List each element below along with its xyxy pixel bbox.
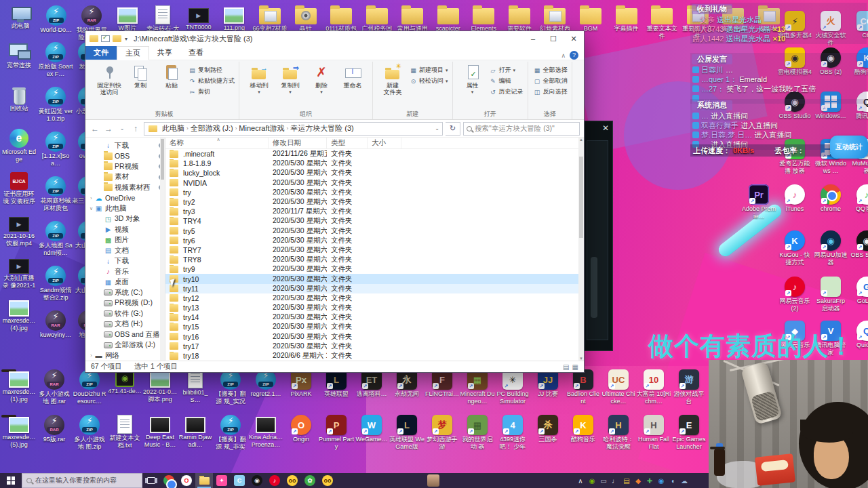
desktop-icon[interactable]: 宽带连接: [1, 42, 37, 76]
file-row[interactable]: try2020/5/30 星期六 03:…文件夹: [165, 188, 584, 197]
pin-button[interactable]: 固定到快 速访问: [94, 63, 125, 96]
maximize-button[interactable]: ☐: [543, 31, 564, 46]
column-header-2[interactable]: 类型: [327, 138, 368, 148]
desktop-icon[interactable]: 多人小游戏地 图.zip: [72, 415, 107, 418]
desktop-icon[interactable]: 大别山直播录 像2021-11…: [1, 256, 37, 289]
scroll-down-icon[interactable]: ▼: [578, 357, 584, 361]
taskbar-avatar[interactable]: [427, 474, 439, 487]
desktop-icon[interactable]: 95版.rar: [37, 415, 72, 418]
file-row[interactable]: try162020/5/30 星期六 03:…文件夹: [165, 332, 584, 342]
desktop-icon[interactable]: Ramin Djawadi…: [178, 415, 213, 418]
nav-item-16[interactable]: 软件 (G:): [85, 308, 165, 319]
selinv-button[interactable]: ◫反向选择: [534, 87, 568, 96]
desktop-icon[interactable]: P↗Pummel Party: [319, 415, 354, 418]
desktop-icon[interactable]: K↗KuGou - 快 捷方式: [777, 230, 812, 266]
desktop-icon[interactable]: L↗英雄联盟 WeGame版: [389, 415, 425, 418]
tray-icon[interactable]: ▤: [623, 477, 631, 485]
nav-item-5[interactable]: ›☁OneDrive: [85, 193, 165, 204]
desktop-icon[interactable]: ♪↗网易云音乐 (2): [777, 277, 812, 312]
file-row[interactable]: try122020/5/30 星期六 03:…文件夹: [165, 293, 584, 303]
file-row[interactable]: try132020/5/30 星期六 03:…文件夹: [165, 303, 584, 312]
desktop-icon[interactable]: 梦↗梦幻西游手游: [425, 415, 460, 418]
taskbar-app-pink-app[interactable]: ✦: [213, 473, 231, 488]
desktop-icon[interactable]: maxresde… (5).jpg: [1, 415, 37, 418]
taskbar-app-owl-app[interactable]: oo: [283, 473, 301, 488]
file-row[interactable]: lucky_block2020/5/30 星期六 03:…文件夹: [165, 168, 584, 178]
nav-item-2[interactable]: PR视频: [85, 161, 165, 172]
quick-access-toolbar-icon[interactable]: [113, 35, 121, 42]
nav-item-3[interactable]: 素材: [85, 172, 165, 183]
open-button[interactable]: ▱打开▾: [490, 66, 524, 75]
file-row[interactable]: try92020/5/30 星期六 03:…文件夹: [165, 264, 584, 274]
nav-scrollbar[interactable]: [160, 138, 165, 361]
tray-icon[interactable]: ◉: [657, 477, 665, 485]
file-row[interactable]: NVIDIA2020/5/30 星期六 03:…文件夹: [165, 178, 584, 188]
desktop-icon[interactable]: 证书应用环境 安装程序_G…: [1, 172, 37, 205]
nav-item-12[interactable]: ♪音乐: [85, 266, 165, 277]
desktop-icon[interactable]: ♪↗iTunes: [777, 184, 812, 220]
selall-button[interactable]: ▦全部选择: [534, 66, 568, 75]
paste-button[interactable]: 粘贴: [156, 63, 187, 89]
tab-file[interactable]: 文件: [85, 46, 117, 60]
nav-item-0[interactable]: ↓下载: [85, 140, 165, 151]
desktop-icon[interactable]: ◉↗网易UU加速 器: [813, 230, 848, 266]
file-row[interactable]: try102020/5/30 星期六 03:…文件夹: [165, 274, 584, 283]
file-row[interactable]: try22020/5/30 星期六 03:…文件夹: [165, 197, 584, 207]
taskbar-app-green-app[interactable]: ✿: [301, 473, 319, 488]
column-header-1[interactable]: 修改日期: [269, 138, 327, 148]
copyto-button[interactable]: ⇒复制到▾: [275, 63, 306, 96]
taskbar-app-netease-music[interactable]: ♪: [266, 473, 283, 488]
file-row[interactable]: try182020/6/6 星期六 18:43文件夹: [165, 351, 584, 361]
recent-locations-icon[interactable]: ⌄: [117, 125, 127, 131]
address-bar[interactable]: 此电脑›全部游戏 (J:)›Minecraft游戏›幸运方块大冒险 (3) ⌄: [144, 122, 443, 136]
desktop-icon[interactable]: 【搬奏】翻源 规_非实况…: [213, 415, 248, 418]
taskbar-app-opera[interactable]: O: [178, 473, 195, 488]
close-icon[interactable]: ✕: [602, 123, 609, 133]
taskbar-app-owl-app-2[interactable]: oo: [319, 473, 336, 488]
tab-home[interactable]: 主页: [117, 46, 149, 60]
delete-button[interactable]: 删除▾: [306, 63, 337, 96]
desktop-icon[interactable]: World-Do…: [39, 5, 74, 41]
desktop-icon[interactable]: 多人小游戏地 图.rar: [37, 369, 72, 372]
taskbar-app-cc-app[interactable]: C: [231, 473, 248, 488]
nav-item-9[interactable]: ▩图片: [85, 235, 165, 246]
selnone-button[interactable]: ▢全部取消: [534, 77, 568, 85]
scrollbar-thumb[interactable]: [579, 157, 583, 238]
close-button[interactable]: ✕: [564, 31, 584, 46]
taskbar-search-input[interactable]: 在这里输入你要搜索的内容: [22, 473, 142, 488]
history-button[interactable]: ↺历史记录: [490, 87, 524, 96]
tray-icon[interactable]: ☁: [680, 477, 688, 485]
desktop-icon[interactable]: 2021-10-16 饮服.mp4: [1, 214, 37, 247]
desktop-icon[interactable]: 重要文本文件: [644, 5, 679, 41]
address-dropdown-icon[interactable]: ⌄: [435, 125, 439, 131]
desktop-icon[interactable]: 字幕插件: [609, 5, 644, 41]
desktop-icon[interactable]: ◉↗OBS Studio: [849, 230, 868, 266]
desktop-icon[interactable]: ▦↗我的世界启动 器: [460, 415, 495, 418]
breadcrumb-segment[interactable]: Minecraft游戏: [237, 123, 286, 134]
nav-item-4[interactable]: 视频素材西: [85, 182, 165, 193]
desktop-icon[interactable]: O↗Origin: [283, 415, 319, 418]
up-button[interactable]: ↑: [130, 124, 141, 134]
list-scrollbar[interactable]: ▲ ▼: [578, 138, 584, 361]
file-row[interactable]: .minecraft2021/11/26 星期五 0…文件夹: [165, 149, 584, 159]
tab-view[interactable]: 查看: [180, 46, 212, 60]
minimize-button[interactable]: –: [523, 31, 543, 46]
expander-icon[interactable]: ›: [88, 196, 94, 201]
qat-customize-icon[interactable]: ▾: [125, 36, 127, 42]
column-header-3[interactable]: 大小: [368, 138, 401, 148]
cut-button[interactable]: ✂剪切: [189, 87, 235, 96]
desktop-icon[interactable]: 杀↗三国杀: [530, 415, 566, 418]
start-button[interactable]: [0, 473, 22, 488]
nav-item-14[interactable]: 系统 (C:): [85, 287, 165, 298]
newitem-button[interactable]: ▦新建项目▾: [410, 66, 448, 75]
file-row[interactable]: try32020/11/7 星期六 20:…文件夹: [165, 207, 584, 216]
desktop-icon[interactable]: 多人地图 Sandm倾…: [38, 221, 73, 256]
tray-icon[interactable]: ◖: [669, 477, 677, 485]
file-row[interactable]: 1.8-1.8.92020/5/30 星期六 03:…文件夹: [165, 159, 584, 168]
desktop-icon[interactable]: G↗GoLink: [849, 277, 868, 312]
access-button[interactable]: ⊙轻松访问▾: [410, 77, 448, 85]
desktop-icon[interactable]: 游↗游侠对战平台: [671, 369, 707, 372]
taskbar-app-obs[interactable]: ◉: [248, 473, 266, 488]
desktop-icon[interactable]: K↗酷狗音乐: [566, 415, 601, 418]
collapse-ribbon-icon[interactable]: ∧: [561, 52, 566, 59]
